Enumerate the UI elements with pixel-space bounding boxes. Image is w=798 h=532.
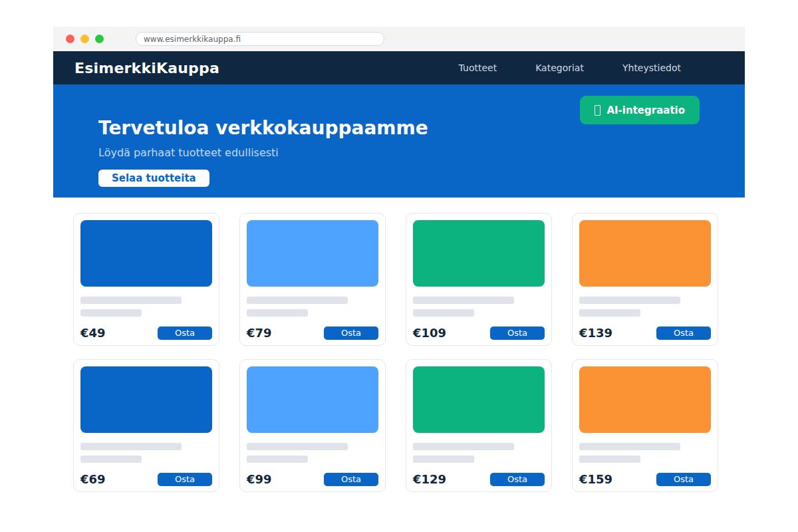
browser-window: EsimerkkiKauppa Tuotteet Kategoriat Yhte… [53, 27, 745, 519]
nav-item-yhteystiedot[interactable]: Yhteystiedot [622, 63, 681, 73]
product-card: €129 Osta [406, 359, 552, 492]
buy-button[interactable]: Osta [656, 327, 711, 340]
address-bar-input[interactable] [136, 32, 384, 46]
price-row: €139 Osta [579, 326, 711, 340]
product-title-placeholder [247, 443, 348, 450]
product-card: €159 Osta [572, 359, 718, 492]
site-logo: EsimerkkiKauppa [74, 60, 219, 76]
product-price: €159 [579, 472, 612, 486]
product-price: €109 [413, 326, 446, 340]
minimize-window-icon[interactable] [80, 35, 89, 43]
product-subtitle-placeholder [413, 309, 474, 317]
product-title-placeholder [413, 297, 514, 304]
product-title-placeholder [80, 443, 182, 450]
product-title-placeholder [413, 443, 514, 450]
price-row: €79 Osta [247, 326, 378, 340]
product-image-placeholder [413, 220, 545, 287]
product-card: €69 Osta [73, 359, 219, 492]
nav-item-kategoriat[interactable]: Kategoriat [535, 63, 584, 73]
product-price: €99 [247, 472, 272, 486]
close-window-icon[interactable] [66, 35, 74, 43]
product-image-placeholder [247, 220, 378, 287]
hero-section: Tervetuloa verkkokauppaamme Löydä parhaa… [53, 84, 745, 198]
price-row: €49 Osta [80, 326, 212, 340]
product-image-placeholder [579, 220, 711, 287]
price-row: €159 Osta [579, 472, 711, 486]
main-nav: Tuotteet Kategoriat Yhteystiedot [459, 63, 681, 73]
page-content: €49 Osta €79 Osta €109 Osta €139 Osta [53, 198, 745, 519]
product-card: €49 Osta [73, 213, 219, 346]
buy-button[interactable]: Osta [656, 473, 711, 486]
product-subtitle-placeholder [80, 309, 142, 317]
ai-integration-badge-label: AI-integraatio [606, 104, 685, 116]
price-row: €129 Osta [413, 472, 545, 486]
buy-button[interactable]: Osta [324, 473, 378, 486]
product-subtitle-placeholder [413, 456, 474, 463]
buy-button[interactable]: Osta [158, 473, 212, 486]
browse-products-button[interactable]: Selaa tuotteita [98, 170, 209, 187]
buy-button[interactable]: Osta [158, 327, 212, 340]
price-row: €69 Osta [80, 472, 212, 486]
product-image-placeholder [247, 366, 378, 433]
hero-subtitle: Löydä parhaat tuotteet edullisesti [98, 146, 700, 159]
product-subtitle-placeholder [247, 456, 308, 463]
product-card: €109 Osta [406, 213, 552, 346]
buy-button[interactable]: Osta [490, 473, 545, 486]
product-title-placeholder [247, 297, 348, 304]
ai-integration-badge[interactable]: AI-integraatio [580, 96, 700, 124]
product-card: €79 Osta [239, 213, 386, 346]
product-price: €139 [579, 326, 612, 340]
product-price: €129 [413, 472, 446, 486]
product-price: €49 [80, 326, 106, 340]
price-row: €99 Osta [247, 472, 378, 486]
product-subtitle-placeholder [579, 456, 640, 463]
buy-button[interactable]: Osta [490, 327, 545, 340]
product-price: €69 [80, 472, 106, 486]
product-subtitle-placeholder [80, 456, 142, 463]
product-subtitle-placeholder [247, 309, 308, 317]
product-title-placeholder [579, 443, 680, 450]
product-card: €99 Osta [239, 359, 386, 492]
product-grid: €49 Osta €79 Osta €109 Osta €139 Osta [73, 213, 725, 492]
site-header: EsimerkkiKauppa Tuotteet Kategoriat Yhte… [53, 51, 745, 84]
product-price: €79 [247, 326, 272, 340]
product-title-placeholder [579, 297, 680, 304]
product-image-placeholder [579, 366, 711, 433]
browser-chrome-bar [53, 27, 745, 51]
product-image-placeholder [413, 366, 545, 433]
buy-button[interactable]: Osta [324, 327, 378, 340]
price-row: €109 Osta [413, 326, 545, 340]
product-title-placeholder [80, 297, 182, 304]
product-card: €139 Osta [572, 213, 718, 346]
product-subtitle-placeholder [579, 309, 640, 317]
product-image-placeholder [80, 366, 212, 433]
nav-item-tuotteet[interactable]: Tuotteet [459, 63, 497, 73]
missing-glyph-icon [595, 105, 600, 116]
product-image-placeholder [80, 220, 212, 287]
maximize-window-icon[interactable] [95, 35, 104, 43]
